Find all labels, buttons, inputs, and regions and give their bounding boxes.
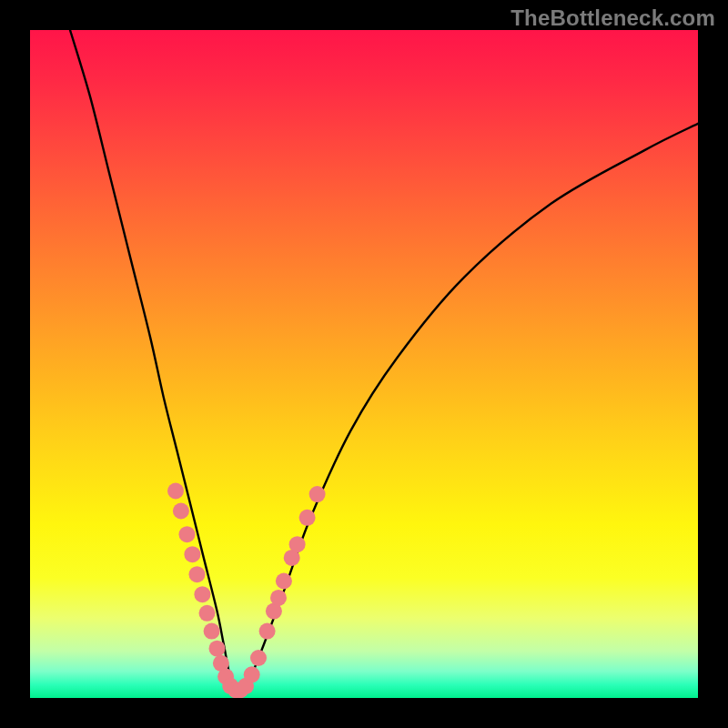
marker-dot <box>244 666 260 682</box>
chart-svg <box>30 30 698 698</box>
marker-dot <box>259 623 276 640</box>
plot-area <box>30 30 698 698</box>
marker-dot <box>173 503 189 520</box>
chart-frame: TheBottleneck.com <box>0 0 728 728</box>
marker-dot <box>167 483 184 500</box>
marker-dot <box>194 586 210 602</box>
marker-dot <box>184 546 200 562</box>
curve-path <box>70 30 698 693</box>
marker-dot <box>199 605 216 622</box>
marker-dot <box>276 573 292 590</box>
marker-dot <box>204 623 220 640</box>
marker-dot <box>189 566 206 582</box>
marker-dot <box>270 590 287 606</box>
watermark-text: TheBottleneck.com <box>511 5 715 31</box>
marker-dot <box>309 486 326 502</box>
marker-dot <box>250 650 267 666</box>
marker-dot <box>289 536 306 552</box>
marker-dot <box>179 526 196 542</box>
marker-dot <box>299 510 316 526</box>
marker-dot <box>209 641 226 657</box>
marker-dots-group <box>167 483 326 699</box>
